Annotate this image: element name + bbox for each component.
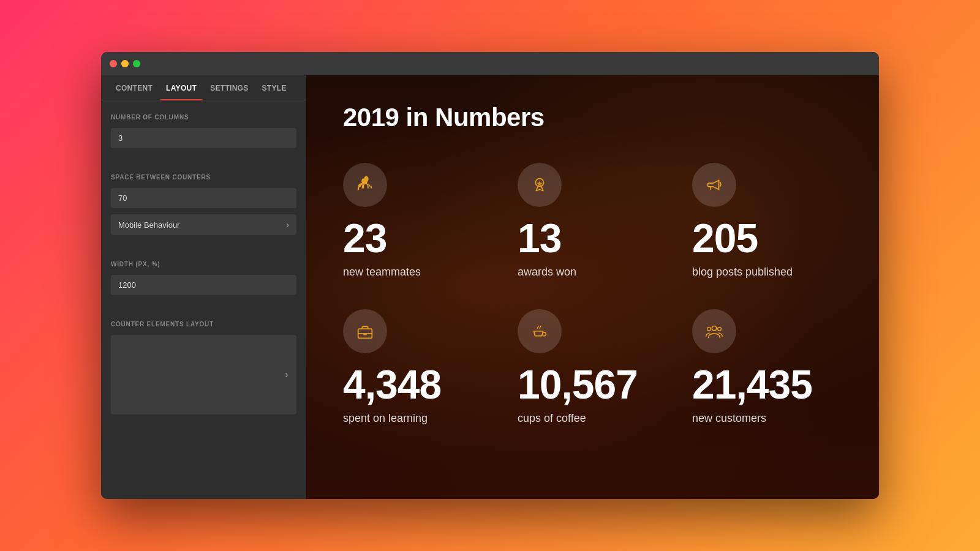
counter-number-customers: 21,435 bbox=[692, 364, 812, 405]
counter-item-learning: 4,348 spent on learning bbox=[343, 309, 493, 425]
space-input[interactable] bbox=[111, 188, 296, 208]
chevron-right-icon-2: › bbox=[285, 369, 288, 380]
counter-label-blog: blog posts published bbox=[692, 266, 793, 279]
columns-input[interactable] bbox=[111, 128, 296, 148]
layout-preview-area: › bbox=[111, 335, 296, 414]
counter-number-blog: 205 bbox=[692, 218, 758, 258]
width-input[interactable] bbox=[111, 275, 296, 295]
tab-content[interactable]: CONTENT bbox=[110, 75, 159, 100]
award-icon bbox=[529, 174, 550, 195]
counter-icon-circle-learning bbox=[343, 309, 387, 353]
space-section: SPACE BETWEEN COUNTERS Mobile Behaviour … bbox=[101, 160, 306, 247]
layout-preview-arrow[interactable]: › bbox=[277, 335, 296, 414]
columns-section: NUMBER OF COLUMNS bbox=[101, 100, 306, 160]
browser-window: CONTENT LAYOUT SETTINGS STYLE NUMBER OF … bbox=[101, 52, 879, 499]
close-button[interactable] bbox=[110, 60, 117, 67]
svg-point-5 bbox=[718, 327, 722, 331]
counter-icon-circle-teammates bbox=[343, 163, 387, 207]
counter-number-learning: 4,348 bbox=[343, 364, 441, 405]
width-section: WIDTH (PX, %) bbox=[101, 247, 306, 307]
megaphone-icon bbox=[704, 174, 725, 195]
counter-item-coffee: 10,567 cups of coffee bbox=[518, 309, 668, 425]
counter-icon-circle-awards bbox=[518, 163, 562, 207]
sidebar: CONTENT LAYOUT SETTINGS STYLE NUMBER OF … bbox=[101, 75, 306, 499]
columns-label: NUMBER OF COLUMNS bbox=[111, 114, 296, 121]
width-label: WIDTH (PX, %) bbox=[111, 261, 296, 268]
title-bar bbox=[101, 52, 879, 75]
maximize-button[interactable] bbox=[133, 60, 140, 67]
counter-number-coffee: 10,567 bbox=[518, 364, 638, 405]
counter-icon-circle-blog bbox=[692, 163, 736, 207]
counter-item-awards: 13 awards won bbox=[518, 163, 668, 279]
counter-layout-label: COUNTER ELEMENTS LAYOUT bbox=[111, 321, 296, 328]
counter-label-customers: new customers bbox=[692, 412, 766, 425]
counter-label-coffee: cups of coffee bbox=[518, 412, 586, 425]
counter-container: 2019 in Numbers bbox=[306, 75, 879, 443]
page-title: 2019 in Numbers bbox=[343, 103, 842, 132]
counter-item-blog: 205 blog posts published bbox=[692, 163, 842, 279]
space-label: SPACE BETWEEN COUNTERS bbox=[111, 174, 296, 181]
sidebar-tabs: CONTENT LAYOUT SETTINGS STYLE bbox=[101, 75, 306, 100]
counter-number-teammates: 23 bbox=[343, 218, 386, 258]
counter-label-learning: spent on learning bbox=[343, 412, 428, 425]
counter-item-teammates: 23 new teammates bbox=[343, 163, 493, 279]
counter-layout-section: COUNTER ELEMENTS LAYOUT › bbox=[101, 307, 306, 421]
group-icon bbox=[704, 321, 725, 342]
tab-settings[interactable]: SETTINGS bbox=[204, 75, 254, 100]
muscle-icon bbox=[355, 174, 375, 195]
counter-number-awards: 13 bbox=[518, 218, 561, 258]
svg-point-0 bbox=[364, 179, 368, 183]
coffee-icon bbox=[529, 321, 550, 342]
mobile-behaviour-label: Mobile Behaviour bbox=[118, 220, 179, 230]
counter-label-teammates: new teammates bbox=[343, 266, 421, 279]
counter-icon-circle-coffee bbox=[518, 309, 562, 353]
traffic-lights bbox=[110, 60, 140, 67]
counter-label-awards: awards won bbox=[518, 266, 576, 279]
counter-icon-circle-customers bbox=[692, 309, 736, 353]
svg-point-4 bbox=[707, 327, 711, 331]
minimize-button[interactable] bbox=[121, 60, 129, 67]
tab-style[interactable]: STYLE bbox=[256, 75, 293, 100]
counter-item-customers: 21,435 new customers bbox=[692, 309, 842, 425]
tab-layout[interactable]: LAYOUT bbox=[160, 75, 203, 100]
main-content: 2019 in Numbers bbox=[306, 75, 879, 499]
window-body: CONTENT LAYOUT SETTINGS STYLE NUMBER OF … bbox=[101, 75, 879, 499]
briefcase-icon bbox=[355, 321, 375, 342]
mobile-behaviour-dropdown[interactable]: Mobile Behaviour › bbox=[111, 214, 296, 235]
counter-grid: 23 new teammates 13 awa bbox=[343, 163, 842, 425]
svg-point-3 bbox=[712, 326, 717, 331]
chevron-right-icon: › bbox=[286, 220, 289, 230]
